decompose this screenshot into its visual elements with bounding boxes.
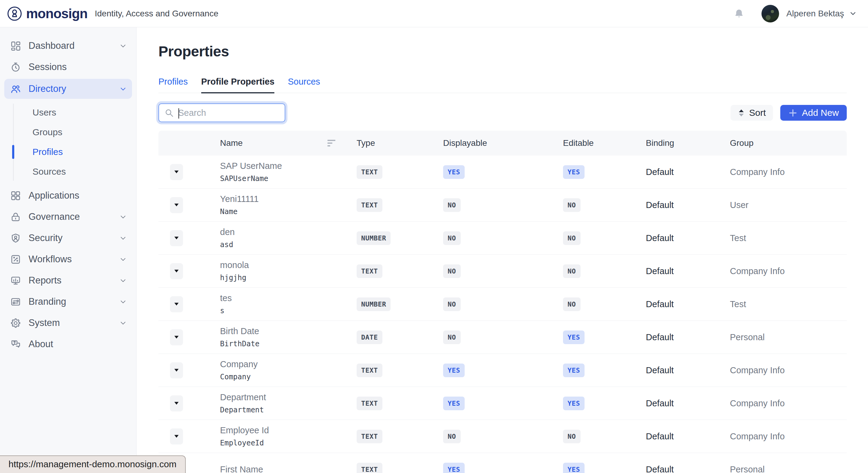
caret-down-icon: [174, 402, 179, 405]
row-expand-button[interactable]: [170, 362, 183, 378]
table-row[interactable]: First NameTEXTYESYESDefaultPersonal: [158, 453, 847, 473]
sidebar-item-workflows[interactable]: Workflows: [0, 249, 136, 270]
sidebar-item-branding[interactable]: Branding: [0, 291, 136, 312]
binding-value: Default: [646, 332, 730, 342]
property-key: Company: [220, 373, 356, 381]
row-expand-button[interactable]: [170, 230, 183, 246]
sidebar-item-users[interactable]: Users: [0, 102, 136, 122]
sidebar-item-reports[interactable]: Reports: [0, 270, 136, 291]
tab-profiles[interactable]: Profiles: [158, 77, 188, 93]
tab-profile-properties[interactable]: Profile Properties: [201, 77, 275, 93]
group-value: Company Info: [730, 266, 847, 276]
user-menu-chevron-icon[interactable]: [849, 9, 857, 18]
table-row[interactable]: DepartmentDepartmentTEXTYESYESDefaultCom…: [158, 387, 847, 420]
sidebar-nav: DashboardSessionsDirectoryUsersGroupsPro…: [0, 35, 136, 355]
binding-value: Default: [646, 266, 730, 276]
user-name[interactable]: Alperen Bektaş: [786, 9, 844, 19]
branding-icon: [10, 296, 21, 307]
sidebar-subitem-label: Profiles: [32, 147, 63, 157]
row-expand-button[interactable]: [170, 395, 183, 411]
tab-sources[interactable]: Sources: [288, 77, 320, 93]
sidebar-item-groups[interactable]: Groups: [0, 122, 136, 142]
add-new-button[interactable]: Add New: [780, 105, 847, 121]
caret-down-icon: [174, 369, 179, 372]
table-row[interactable]: Birth DateBirthDateDATENOYESDefaultPerso…: [158, 321, 847, 354]
group-value: Test: [730, 299, 847, 309]
sidebar-subitem-label: Sources: [32, 166, 66, 177]
tab-label: Profile Properties: [201, 77, 275, 87]
chevron-down-icon: [119, 319, 127, 327]
row-expand-button[interactable]: [170, 197, 183, 213]
search-box[interactable]: [158, 103, 285, 122]
type-badge: TEXT: [356, 364, 382, 377]
property-key: Name: [220, 207, 356, 216]
sidebar-item-security[interactable]: Security: [0, 227, 136, 249]
row-expand-button[interactable]: [170, 429, 183, 444]
editable-badge: YES: [563, 331, 585, 344]
tab-bar: ProfilesProfile PropertiesSources: [158, 77, 847, 93]
brand-name: monosign: [26, 6, 87, 21]
table-row[interactable]: CompanyCompanyTEXTYESYESDefaultCompany I…: [158, 354, 847, 387]
binding-value: Default: [646, 200, 730, 210]
sidebar-item-system[interactable]: System: [0, 312, 136, 334]
row-expand-button[interactable]: [170, 296, 183, 312]
chevron-down-icon: [119, 298, 127, 306]
browser-status-url: https://management-demo.monosign.com: [0, 455, 186, 473]
property-key: s: [220, 307, 356, 315]
avatar[interactable]: [762, 5, 779, 23]
property-name: Department: [220, 392, 356, 402]
editable-badge: YES: [563, 364, 585, 377]
column-header-group: Group: [730, 138, 847, 148]
table-row[interactable]: Yeni11111NameTEXTNONODefaultUser: [158, 189, 847, 222]
table-row[interactable]: denasdNUMBERNONODefaultTest: [158, 222, 847, 255]
property-name: Yeni11111: [220, 194, 356, 204]
displayable-badge: NO: [443, 430, 461, 443]
row-expand-button[interactable]: [170, 263, 183, 279]
system-icon: [10, 317, 21, 329]
sidebar-item-sessions[interactable]: Sessions: [0, 57, 136, 78]
displayable-badge: NO: [443, 231, 461, 245]
displayable-badge: YES: [443, 165, 465, 179]
table-row[interactable]: Employee IdEmployeeIdTEXTNONODefaultComp…: [158, 420, 847, 453]
table-row[interactable]: tessNUMBERNONODefaultTest: [158, 288, 847, 321]
editable-badge: YES: [563, 397, 585, 410]
column-header-label: Binding: [646, 138, 674, 148]
property-key: EmployeeId: [220, 439, 356, 447]
sidebar-item-applications[interactable]: Applications: [0, 185, 136, 206]
search-input[interactable]: [178, 108, 279, 118]
sort-order-icon[interactable]: [328, 139, 338, 147]
binding-value: Default: [646, 233, 730, 243]
sidebar-item-label: Governance: [29, 211, 80, 222]
displayable-badge: NO: [443, 264, 461, 278]
property-name: Company: [220, 359, 356, 369]
table-row[interactable]: monolahjgjhgTEXTNONODefaultCompany Info: [158, 255, 847, 288]
group-value: Company Info: [730, 398, 847, 408]
sidebar-item-directory[interactable]: Directory: [4, 79, 132, 99]
column-header-label: Editable: [563, 138, 594, 148]
about-icon: [10, 339, 21, 350]
type-badge: TEXT: [356, 198, 382, 212]
row-expand-button[interactable]: [170, 164, 183, 180]
sidebar-item-about[interactable]: About: [0, 334, 136, 355]
table-row[interactable]: SAP UserNameSAPUserNameTEXTYESYESDefault…: [158, 156, 847, 189]
binding-value: Default: [646, 299, 730, 309]
property-name: First Name: [220, 465, 356, 473]
group-value: Company Info: [730, 167, 847, 177]
sidebar-item-profiles[interactable]: Profiles: [0, 142, 136, 162]
group-value: Personal: [730, 332, 847, 342]
editable-badge: YES: [563, 463, 585, 473]
binding-value: Default: [646, 398, 730, 408]
sidebar-item-sources[interactable]: Sources: [0, 162, 136, 181]
chevron-down-icon: [119, 276, 127, 285]
column-header-label: Displayable: [443, 138, 487, 148]
sidebar-item-governance[interactable]: Governance: [0, 206, 136, 227]
displayable-badge: NO: [443, 198, 461, 212]
binding-value: Default: [646, 365, 730, 375]
property-key: hjgjhg: [220, 273, 356, 282]
main-content: Properties ProfilesProfile PropertiesSou…: [136, 27, 868, 473]
sort-button[interactable]: Sort: [731, 105, 773, 121]
row-expand-button[interactable]: [170, 329, 183, 345]
sidebar-item-dashboard[interactable]: Dashboard: [0, 35, 136, 57]
bell-icon[interactable]: [734, 8, 744, 19]
property-key: SAPUserName: [220, 174, 356, 183]
